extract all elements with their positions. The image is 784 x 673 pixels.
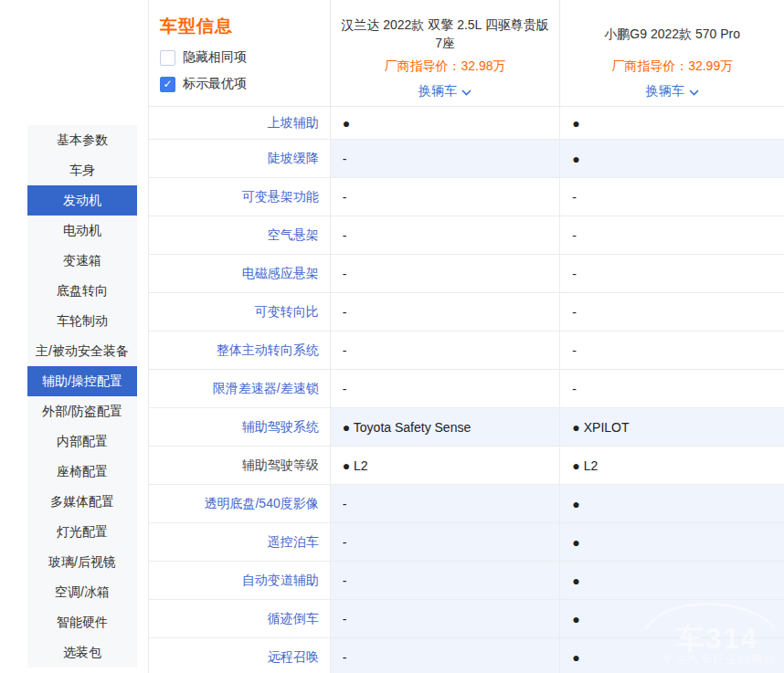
row-label[interactable]: 辅助驾驶系统	[149, 408, 330, 446]
value-cell: -	[559, 178, 784, 216]
sidebar-item[interactable]: 智能硬件	[27, 607, 137, 637]
value-cell: ●	[559, 523, 784, 561]
table-row: 上坡辅助●●	[149, 107, 784, 140]
row-label[interactable]: 上坡辅助	[149, 107, 330, 139]
value-cell: ●	[559, 485, 784, 522]
table-row: 整体主动转向系统--	[149, 331, 784, 370]
mark-best-checkbox[interactable]: ✓ 标示最优项	[160, 76, 330, 92]
row-label[interactable]: 限滑差速器/差速锁	[149, 370, 330, 407]
model-info-title: 车型信息	[160, 15, 330, 38]
value-cell: ●	[559, 107, 784, 139]
table-row: 电磁感应悬架--	[149, 255, 784, 293]
table-row: 远程召唤-●	[149, 638, 784, 673]
mark-best-label: 标示最优项	[183, 76, 247, 92]
sidebar-item[interactable]: 车身	[27, 155, 137, 185]
value-cell: -	[330, 331, 560, 369]
table-row: 遥控泊车-●	[149, 523, 784, 562]
value-cell: -	[330, 140, 560, 177]
car-header-2: 小鹏G9 2022款 570 Pro 厂商指导价：32.99万 换辆车	[559, 0, 784, 106]
row-label: 辅助驾驶等级	[149, 447, 330, 484]
value-cell: -	[330, 562, 560, 599]
row-label[interactable]: 电磁感应悬架	[149, 255, 330, 292]
table-row: 可变悬架功能--	[149, 178, 784, 216]
car-2-switch-button[interactable]: 换辆车	[646, 83, 699, 100]
value-cell: ●	[330, 107, 560, 139]
sidebar-item[interactable]: 主/被动安全装备	[27, 336, 137, 366]
model-info-header: 车型信息 隐藏相同项 ✓ 标示最优项	[149, 0, 330, 106]
table-header: 车型信息 隐藏相同项 ✓ 标示最优项 汉兰达 2022款 双擎 2.5L 四驱尊…	[149, 0, 784, 107]
hide-same-label: 隐藏相同项	[183, 49, 247, 66]
car-1-price: 厂商指导价：32.98万	[385, 58, 506, 75]
table-row: 限滑差速器/差速锁--	[149, 370, 784, 408]
sidebar-item[interactable]: 外部/防盗配置	[27, 396, 137, 426]
row-label[interactable]: 可变转向比	[149, 293, 330, 331]
sidebar-item[interactable]: 基本参数	[27, 125, 137, 155]
row-label[interactable]: 可变悬架功能	[149, 178, 330, 216]
value-cell: ● Toyota Safety Sense	[330, 408, 560, 446]
table-row: 空气悬架--	[149, 216, 784, 255]
table-row: 自动变道辅助-●	[149, 562, 784, 600]
table-body: 上坡辅助●●陡坡缓降-●可变悬架功能--空气悬架--电磁感应悬架--可变转向比-…	[149, 107, 784, 673]
car-compare-page: 基本参数车身发动机电动机变速箱底盘转向车轮制动主/被动安全装备辅助/操控配置外部…	[0, 0, 784, 673]
value-cell: ●	[559, 638, 784, 673]
row-label[interactable]: 空气悬架	[149, 216, 330, 254]
row-label[interactable]: 陡坡缓降	[149, 140, 330, 177]
sidebar-item[interactable]: 选装包	[27, 637, 137, 668]
checkbox-icon[interactable]	[160, 50, 175, 66]
value-cell: -	[330, 255, 560, 292]
car-1-switch-button[interactable]: 换辆车	[418, 83, 471, 100]
value-cell: -	[559, 293, 784, 331]
car-1-name[interactable]: 汉兰达 2022款 双擎 2.5L 四驱尊贵版 7座	[340, 15, 550, 53]
value-cell: ●	[559, 562, 784, 599]
value-cell: ●	[559, 600, 784, 637]
table-row: 循迹倒车-●	[149, 600, 784, 638]
sidebar-item[interactable]: 辅助/操控配置	[27, 366, 137, 396]
checkbox-icon[interactable]: ✓	[160, 77, 175, 92]
table-row: 辅助驾驶等级● L2● L2	[149, 447, 784, 485]
value-cell: ●	[559, 140, 784, 177]
compare-table: 车型信息 隐藏相同项 ✓ 标示最优项 汉兰达 2022款 双擎 2.5L 四驱尊…	[148, 0, 784, 673]
table-row: 透明底盘/540度影像-●	[149, 485, 784, 523]
value-cell: -	[330, 600, 560, 637]
value-cell: ● XPILOT	[559, 408, 784, 446]
hide-same-checkbox[interactable]: 隐藏相同项	[160, 49, 330, 66]
sidebar-item[interactable]: 多媒体配置	[27, 487, 137, 517]
sidebar-item[interactable]: 发动机	[27, 185, 137, 216]
value-cell: ● L2	[559, 447, 784, 484]
table-row: 辅助驾驶系统● Toyota Safety Sense● XPILOT	[149, 408, 784, 447]
row-label[interactable]: 透明底盘/540度影像	[149, 485, 330, 522]
sidebar-item[interactable]: 空调/冰箱	[27, 577, 137, 607]
value-cell: -	[559, 255, 784, 292]
value-cell: -	[330, 370, 560, 407]
row-label[interactable]: 整体主动转向系统	[149, 331, 330, 369]
value-cell: -	[330, 523, 560, 561]
sidebar-item[interactable]: 变速箱	[27, 246, 137, 276]
value-cell: -	[559, 370, 784, 407]
sidebar-item[interactable]: 电动机	[27, 216, 137, 246]
value-cell: -	[330, 178, 560, 216]
car-header-1: 汉兰达 2022款 双擎 2.5L 四驱尊贵版 7座 厂商指导价：32.98万 …	[330, 0, 560, 106]
sidebar-item[interactable]: 座椅配置	[27, 457, 137, 487]
sidebar-item[interactable]: 内部配置	[27, 426, 137, 457]
value-cell: -	[559, 216, 784, 254]
chevron-down-icon	[689, 89, 699, 96]
value-cell: -	[330, 638, 560, 673]
sidebar-item[interactable]: 灯光配置	[27, 517, 137, 547]
value-cell: -	[330, 216, 560, 254]
sidebar-item[interactable]: 底盘转向	[27, 276, 137, 306]
row-label[interactable]: 自动变道辅助	[149, 562, 330, 599]
chevron-down-icon	[461, 89, 471, 96]
value-cell: -	[559, 331, 784, 369]
row-label[interactable]: 循迹倒车	[149, 600, 330, 637]
value-cell: -	[330, 293, 560, 331]
row-label[interactable]: 远程召唤	[149, 638, 330, 673]
table-row: 陡坡缓降-●	[149, 140, 784, 178]
sidebar-item[interactable]: 玻璃/后视镜	[27, 547, 137, 577]
value-cell: ● L2	[330, 447, 560, 484]
category-sidebar: 基本参数车身发动机电动机变速箱底盘转向车轮制动主/被动安全装备辅助/操控配置外部…	[27, 125, 137, 668]
car-2-name[interactable]: 小鹏G9 2022款 570 Pro	[567, 15, 778, 53]
sidebar-item[interactable]: 车轮制动	[27, 306, 137, 336]
row-label[interactable]: 遥控泊车	[149, 523, 330, 561]
car-2-price: 厂商指导价：32.99万	[611, 58, 733, 75]
table-row: 可变转向比--	[149, 293, 784, 331]
